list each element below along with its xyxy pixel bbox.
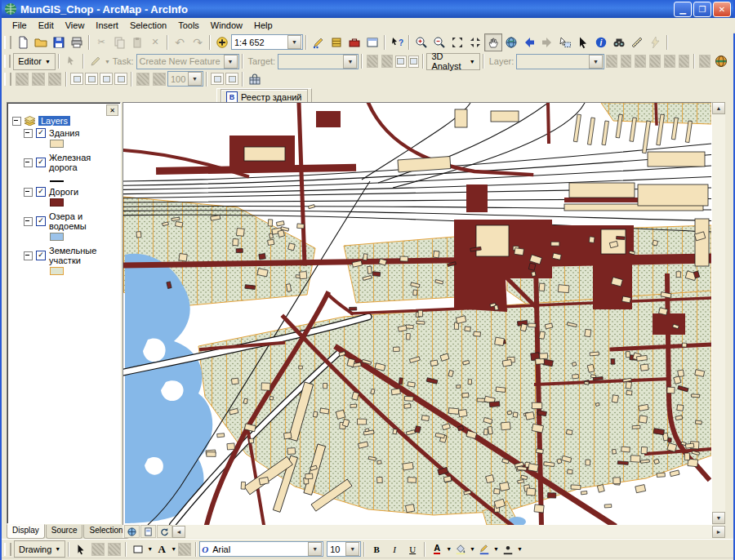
toolbar-grip[interactable] [4, 36, 11, 49]
open-button[interactable] [32, 33, 50, 51]
collapse-icon[interactable] [12, 117, 21, 126]
layer-label[interactable]: Железная дорога [49, 153, 120, 172]
arcscene-button[interactable] [712, 52, 730, 70]
collapse-icon[interactable] [24, 129, 33, 138]
delete-button: ✕ [146, 33, 164, 51]
toc-root-row[interactable]: Layers [12, 116, 120, 126]
arccatalog-button[interactable] [327, 33, 345, 51]
zoom-in-button[interactable] [412, 33, 430, 51]
commandline-button[interactable] [363, 33, 381, 51]
collapse-icon[interactable] [24, 188, 33, 197]
layer-checkbox[interactable]: ✓ [36, 128, 46, 138]
zoom-out-button[interactable] [430, 33, 448, 51]
scroll-down-icon[interactable]: ▼ [712, 512, 725, 524]
measure-button[interactable] [628, 33, 646, 51]
layer-checkbox[interactable]: ✓ [36, 251, 46, 260]
analyst-menu-button[interactable]: 3D Analyst▼ [426, 53, 479, 70]
drawing-menu-button[interactable]: Drawing▼ [14, 540, 65, 558]
menu-window[interactable]: Window [205, 20, 248, 31]
layer-label[interactable]: Дороги [49, 187, 78, 197]
editor-menu-button[interactable]: Editor▼ [13, 53, 56, 70]
print-button[interactable] [68, 33, 86, 51]
fixed-zoom-out-button[interactable] [466, 33, 484, 51]
font-size-combo[interactable]: 10 ▼ [327, 541, 361, 557]
close-button[interactable]: ✕ [713, 2, 731, 17]
font-color-button[interactable]: A [428, 540, 446, 558]
scroll-right-icon[interactable]: ► [712, 526, 725, 538]
text-tool-button[interactable]: A [153, 540, 171, 558]
layout-view-button[interactable] [140, 525, 156, 538]
layer-checkbox[interactable]: ✓ [36, 216, 46, 226]
identify-button[interactable]: i [592, 33, 610, 51]
rotate-tool-icon [381, 55, 393, 68]
full-extent-button[interactable] [502, 33, 520, 51]
toolbar-grip[interactable] [4, 55, 11, 68]
map-canvas[interactable] [123, 103, 711, 525]
collapse-icon[interactable] [24, 251, 33, 260]
menu-edit[interactable]: Edit [33, 20, 60, 31]
vertical-scrollbar[interactable]: ▲ ▼ [712, 102, 725, 524]
viewer-window-2-button [85, 73, 98, 85]
select-elements-button[interactable] [574, 33, 592, 51]
layer-row-roads[interactable]: ✓ Дороги [24, 187, 120, 197]
fill-color-button[interactable] [452, 540, 470, 558]
new-map-button[interactable] [14, 33, 32, 51]
table-lock-button[interactable] [246, 70, 264, 88]
font-combo[interactable]: O Arial ▼ [199, 541, 323, 557]
dropdown-arrow-icon: ▼ [308, 542, 322, 556]
bold-button[interactable]: B [368, 540, 385, 558]
data-view-button[interactable] [124, 525, 140, 538]
go-back-extent-button[interactable] [520, 33, 538, 51]
menu-insert[interactable]: Insert [90, 20, 124, 31]
fixed-zoom-in-button[interactable] [448, 33, 466, 51]
arctoolbox-button[interactable] [345, 33, 363, 51]
layer-row-parcels[interactable]: ✓ Земельные участки [24, 246, 120, 265]
layer-row-lakes[interactable]: ✓ Озера и водоемы [24, 211, 120, 231]
layer-checkbox[interactable]: ✓ [36, 187, 46, 197]
map-view[interactable] [122, 102, 712, 526]
layer-label[interactable]: Земельные участки [49, 246, 120, 265]
zoom-out-icon [433, 36, 446, 49]
refresh-view-button[interactable] [157, 525, 172, 538]
shape-tool-button[interactable] [129, 540, 147, 558]
marker-color-button[interactable] [499, 540, 517, 558]
pan-button[interactable] [484, 33, 502, 51]
layer-row-railway[interactable]: ✓ Железная дорога [24, 153, 120, 172]
underline-button[interactable]: U [403, 540, 421, 558]
toc-close-icon[interactable]: ✕ [106, 104, 118, 116]
layer-label[interactable]: Озера и водоемы [49, 211, 120, 231]
layer-label[interactable]: Здания [49, 128, 79, 138]
select-elements-tool-button[interactable] [72, 540, 90, 558]
italic-button[interactable]: I [385, 540, 403, 558]
collapse-icon[interactable] [24, 217, 33, 226]
menu-help[interactable]: Help [248, 20, 278, 31]
find-button[interactable] [610, 33, 628, 51]
paste-button [128, 33, 146, 51]
save-button[interactable] [50, 33, 68, 51]
layer-checkbox[interactable]: ✓ [36, 158, 46, 167]
select-features-button[interactable] [556, 33, 574, 51]
viewer-window-1-button [70, 73, 83, 85]
toolbar-grip[interactable] [4, 73, 11, 86]
minimize-button[interactable]: ▁ [674, 2, 692, 17]
editor-toolbar-button[interactable] [310, 33, 327, 51]
scroll-up-icon[interactable]: ▲ [712, 102, 725, 114]
restore-button[interactable]: ❐ [693, 2, 711, 17]
collapse-icon[interactable] [24, 158, 33, 167]
map-scale-combo[interactable]: 1:4 652 ▼ [231, 34, 303, 50]
tab-source[interactable]: Source [46, 525, 83, 539]
menu-file[interactable]: File [7, 20, 33, 31]
menu-tools[interactable]: Tools [172, 20, 205, 31]
line-color-button[interactable] [475, 540, 493, 558]
interpolate-polygon-icon [621, 55, 632, 68]
whats-this-button[interactable]: ? [388, 33, 406, 51]
menu-view[interactable]: View [60, 20, 91, 31]
layer-row-zdaniya[interactable]: ✓ Здания [24, 128, 120, 138]
fixed-zoom-out-icon [469, 36, 482, 49]
add-data-button[interactable] [213, 33, 231, 51]
tab-display[interactable]: Display [7, 524, 45, 539]
toolbar-grip[interactable] [4, 543, 11, 556]
scroll-left-icon[interactable]: ◄ [172, 526, 185, 538]
menu-selection[interactable]: Selection [124, 20, 172, 31]
horizontal-scrollbar[interactable]: ◄ ► [122, 525, 725, 538]
